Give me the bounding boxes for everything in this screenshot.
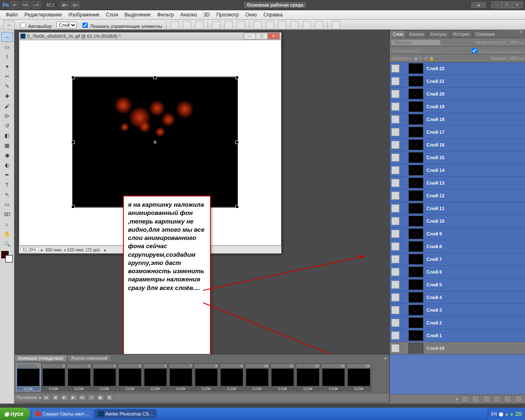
hand-tool-icon[interactable]: ✋	[1, 229, 13, 239]
visibility-toggle-icon[interactable]	[391, 192, 399, 200]
menu-window[interactable]: Окно	[242, 12, 260, 18]
frame-duration[interactable]: 0.03▾	[16, 387, 40, 391]
visibility-toggle-icon[interactable]	[391, 90, 399, 98]
crop-tool-icon[interactable]: ✂	[1, 71, 13, 81]
tab-layers[interactable]: Слои	[390, 30, 406, 38]
visibility-toggle-icon[interactable]	[391, 179, 399, 187]
menu-select[interactable]: Выделение	[121, 12, 154, 18]
taskbar-item[interactable]: Сериал Сваты смот…	[32, 409, 92, 419]
frame-duration[interactable]: 0,03▾	[271, 387, 294, 391]
group-icon[interactable]	[493, 395, 501, 403]
taskbar-item[interactable]: Adobe Photoshop CS…	[94, 409, 157, 419]
blend-mode-select[interactable]: Обычные	[391, 40, 441, 45]
wand-tool-icon[interactable]: ✦	[1, 62, 13, 71]
start-button[interactable]: ◉пуск	[0, 408, 30, 420]
frame-duration[interactable]: 0,03▾	[169, 387, 193, 391]
layer-row[interactable]: Слой 4	[390, 291, 525, 304]
blur-tool-icon[interactable]: ◉	[1, 150, 13, 160]
animation-frame[interactable]: 70,03▾	[169, 363, 193, 391]
tab-history[interactable]: История	[450, 30, 472, 38]
auto-align-icon[interactable]	[332, 21, 340, 29]
layer-row[interactable]: Слой 19	[390, 100, 525, 113]
visibility-toggle-icon[interactable]	[391, 217, 399, 225]
lock-trans-icon[interactable]: ▦	[414, 56, 418, 61]
visibility-toggle-icon[interactable]	[391, 166, 399, 174]
layer-row[interactable]: Слой 2	[390, 317, 525, 329]
panel-menu-icon[interactable]: ≡	[382, 356, 389, 361]
adjustment-icon[interactable]	[482, 395, 491, 403]
last-frame-icon[interactable]: ⏭	[79, 394, 86, 401]
animation-frame[interactable]: 120,03▾	[296, 363, 320, 391]
animation-frame[interactable]: 10.03▾	[16, 363, 41, 391]
close-icon[interactable]: ✕	[512, 2, 523, 8]
workspace-switcher[interactable]: Основная рабочая среда	[243, 1, 307, 9]
maximize-icon[interactable]: ☐	[502, 2, 512, 8]
next-frame-icon[interactable]: ▶	[70, 394, 77, 401]
tab-actions[interactable]: Операции	[472, 30, 498, 38]
view-extras-icon[interactable]: ▦▾	[60, 1, 69, 9]
dist-vcenter-icon[interactable]	[266, 21, 274, 29]
lasso-tool-icon[interactable]: ⌇	[1, 52, 13, 62]
layer-row[interactable]: Слой 16	[390, 139, 525, 151]
panel-flyout-icon[interactable]: ≡	[518, 30, 525, 38]
visibility-toggle-icon[interactable]	[391, 77, 399, 85]
layer-row[interactable]: Слой 5	[390, 278, 525, 291]
align-left-icon[interactable]	[212, 21, 220, 29]
fg-bg-swatch[interactable]	[1, 251, 13, 262]
path-select-icon[interactable]: ↖	[1, 189, 13, 199]
dist-right-icon[interactable]	[315, 21, 323, 29]
unify-pos-icon[interactable]: ⬚	[425, 48, 429, 53]
layer-row[interactable]: Слой 22	[390, 62, 525, 75]
type-tool-icon[interactable]: T	[1, 180, 13, 189]
menu-layer[interactable]: Слои	[103, 12, 121, 18]
dist-left-icon[interactable]	[290, 21, 299, 29]
tab-measurements[interactable]: Журнал измерений	[67, 355, 112, 362]
new-layer-icon[interactable]	[504, 395, 512, 403]
visibility-toggle-icon[interactable]	[391, 344, 399, 352]
gradient-tool-icon[interactable]: ▦	[1, 140, 13, 150]
status-info-icon[interactable]: ▸	[41, 248, 43, 252]
frame-duration[interactable]: 0,03▾	[245, 387, 269, 391]
show-transform-check[interactable]: Показать управляющие элементы	[81, 21, 162, 29]
layer-row[interactable]: Слой 18	[390, 113, 525, 126]
tray-icon[interactable]: ▲	[505, 412, 509, 416]
layer-row[interactable]: Слой 3	[390, 304, 525, 317]
minimize-icon[interactable]: —	[491, 2, 502, 8]
frame-duration[interactable]: 0,03▾	[118, 387, 142, 391]
dist-bottom-icon[interactable]	[278, 21, 286, 29]
frame-duration[interactable]: 0,03▾	[194, 387, 218, 391]
menu-image[interactable]: Изображение	[65, 12, 103, 18]
screen-mode-icon[interactable]: ▭▾	[32, 1, 41, 9]
unify-vis-icon[interactable]: ⬚	[431, 48, 435, 53]
align-right-icon[interactable]	[237, 21, 245, 29]
visibility-toggle-icon[interactable]	[391, 268, 399, 276]
layer-row[interactable]: Слой 15	[390, 151, 525, 164]
visibility-toggle-icon[interactable]	[391, 115, 399, 123]
animation-frame[interactable]: 110,03▾	[270, 363, 295, 391]
animation-frame[interactable]: 60,03▾	[143, 363, 168, 391]
visibility-toggle-icon[interactable]	[391, 293, 399, 301]
lock-paint-icon[interactable]: ✎	[419, 56, 422, 61]
visibility-toggle-icon[interactable]	[391, 103, 399, 111]
arrange-docs-icon[interactable]: ▤▾	[71, 1, 80, 9]
link-layers-icon[interactable]: ⚭	[455, 397, 459, 402]
move-tool-icon[interactable]: ↔	[1, 32, 13, 42]
visibility-toggle-icon[interactable]	[391, 319, 399, 327]
frame-duration[interactable]: 0,03▾	[296, 387, 320, 391]
align-vcenter-icon[interactable]	[183, 21, 191, 29]
doc-maximize-icon[interactable]: ☐	[256, 33, 268, 39]
frame-duration[interactable]: 0,03▾	[42, 387, 66, 391]
lock-pos-icon[interactable]: ✥	[424, 56, 427, 61]
visibility-toggle-icon[interactable]	[391, 331, 399, 340]
menu-file[interactable]: Файл	[2, 12, 21, 18]
new-frame-icon[interactable]: ▣	[97, 394, 104, 401]
layer-row[interactable]: Слой 21	[390, 75, 525, 88]
fx-icon[interactable]	[461, 395, 469, 403]
opacity-value[interactable]: 100%	[509, 40, 520, 45]
tab-animation[interactable]: Анимация (покадровая)	[14, 355, 67, 362]
loop-mode[interactable]: Постоянно	[17, 395, 37, 400]
visibility-toggle-icon[interactable]	[391, 281, 399, 289]
layer-row[interactable]: Слой 17	[390, 126, 525, 139]
menu-view[interactable]: Просмотр	[213, 12, 242, 18]
tray-icon[interactable]: ⬤	[499, 412, 503, 416]
